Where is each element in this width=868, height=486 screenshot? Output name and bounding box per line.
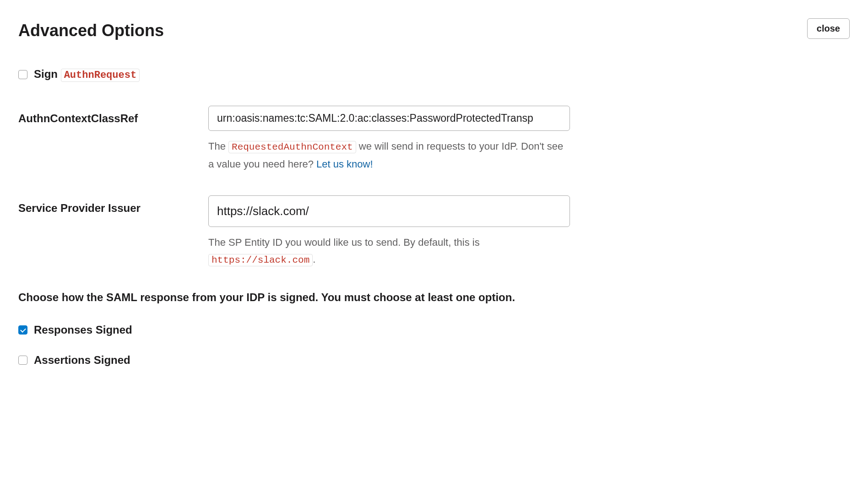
close-button[interactable]: close (807, 18, 850, 39)
assertions-signed-row: Assertions Signed (18, 352, 850, 368)
authn-context-row: AuthnContextClassRef The RequestedAuthnC… (18, 106, 850, 173)
sign-authn-prefix: Sign (34, 68, 61, 80)
sign-authn-request-checkbox[interactable] (18, 70, 27, 79)
authn-help-prefix: The (208, 140, 228, 152)
sign-authn-request-label: Sign AuthnRequest (34, 66, 140, 83)
assertions-signed-checkbox[interactable] (18, 356, 27, 365)
signing-heading: Choose how the SAML response from your I… (18, 289, 850, 306)
let-us-know-link[interactable]: Let us know! (316, 158, 373, 170)
sp-issuer-help-suffix: . (313, 254, 315, 265)
sign-authn-request-row: Sign AuthnRequest (18, 66, 850, 83)
authn-request-code: AuthnRequest (61, 69, 140, 82)
authn-context-label: AuthnContextClassRef (18, 106, 208, 127)
sp-issuer-row: Service Provider Issuer The SP Entity ID… (18, 195, 850, 269)
responses-signed-row: Responses Signed (18, 322, 850, 338)
sp-issuer-help-prefix: The SP Entity ID you would like us to se… (208, 237, 480, 248)
responses-signed-checkbox[interactable] (18, 325, 27, 335)
sp-issuer-help: The SP Entity ID you would like us to se… (208, 234, 570, 269)
responses-signed-label: Responses Signed (34, 322, 132, 338)
sp-issuer-label: Service Provider Issuer (18, 195, 208, 216)
sp-issuer-input[interactable] (208, 195, 570, 227)
authn-context-help: The RequestedAuthnContext we will send i… (208, 138, 570, 173)
assertions-signed-label: Assertions Signed (34, 352, 130, 368)
page-title: Advanced Options (18, 18, 164, 43)
sp-issuer-field-area: The SP Entity ID you would like us to se… (208, 195, 570, 269)
sp-issuer-code: https://slack.com (208, 254, 313, 266)
authn-context-input[interactable] (208, 106, 570, 131)
requested-authn-context-code: RequestedAuthnContext (228, 141, 356, 153)
authn-context-field-area: The RequestedAuthnContext we will send i… (208, 106, 570, 173)
